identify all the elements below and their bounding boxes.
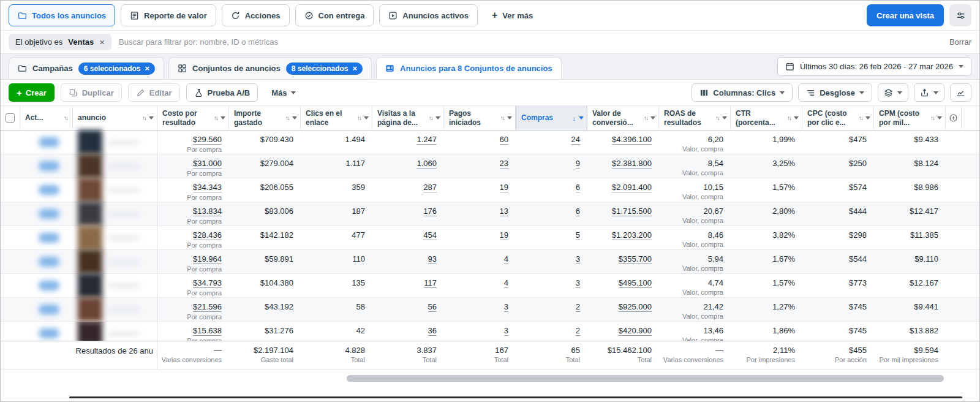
metric-value[interactable]: 2 (576, 326, 580, 336)
view-tab-anuncios-activos[interactable]: Anuncios activos (379, 4, 478, 26)
chevron-down-icon[interactable] (579, 116, 584, 119)
metric-value[interactable]: $34.343 (193, 183, 222, 192)
metric-value[interactable]: $2.091.400 (612, 183, 652, 192)
metric-value[interactable]: 3 (504, 302, 508, 312)
chevron-down-icon[interactable] (937, 116, 942, 119)
chevron-down-icon[interactable] (865, 116, 870, 119)
metric-value[interactable]: $34.793 (193, 278, 222, 288)
column-header-roas-de-resultados[interactable]: ROAS de resultados↑↓ (659, 106, 731, 130)
metric-value[interactable]: $15.638 (193, 326, 222, 336)
metric-value[interactable]: 13 (500, 207, 508, 216)
status-toggle[interactable] (39, 281, 59, 290)
metric-value[interactable]: 3 (504, 326, 508, 336)
metric-value[interactable]: $355.700 (619, 254, 652, 264)
metric-value[interactable]: 19 (500, 183, 508, 192)
metric-value[interactable]: $925.000 (619, 302, 652, 312)
column-header-visitas-a-la-p-gina-de[interactable]: Visitas a la página de...↑↓ (372, 106, 444, 130)
metric-value[interactable]: 4 (504, 254, 508, 264)
table-row[interactable]: $15.638Por compra$31.276423632$420.90013… (1, 322, 979, 341)
metric-value[interactable]: 1.060 (417, 159, 437, 169)
metric-value[interactable]: 5 (576, 230, 580, 240)
create-button[interactable]: + Crear (9, 83, 55, 102)
metric-value[interactable]: $495.100 (619, 278, 652, 288)
table-row[interactable]: $21.596Por compra$43.192585632$925.00021… (1, 298, 979, 322)
metric-value[interactable]: 4 (504, 278, 508, 288)
table-row[interactable]: $29.560Por compra$709.4301.4941.2476024$… (1, 131, 979, 154)
metric-value[interactable]: 1.247 (417, 135, 437, 145)
add-column-button[interactable] (946, 106, 962, 130)
metric-value[interactable]: 454 (423, 230, 437, 240)
tab-adsets[interactable]: Conjuntos de anuncios 8 seleccionados × (168, 57, 372, 79)
clear-filters-button[interactable]: Borrar (949, 37, 971, 47)
filter-chip-objective[interactable]: El objetivo es Ventas × (9, 34, 111, 50)
column-header-status-toggle[interactable]: Act... ↑↓ (20, 106, 73, 130)
column-header-pagos-iniciados[interactable]: Pagos iniciados↑↓ (444, 106, 516, 130)
metric-value[interactable]: 117 (424, 278, 437, 288)
metric-value[interactable]: 9 (576, 159, 580, 169)
metric-value[interactable]: $28.436 (193, 230, 222, 240)
metric-value[interactable]: 6 (576, 207, 580, 216)
column-header-compras[interactable]: Compras↓ (516, 106, 587, 130)
edit-button[interactable]: Editar (128, 83, 180, 102)
column-header-valor-de-conversi[interactable]: Valor de conversió...↑↓ (587, 106, 659, 130)
metric-value[interactable]: 93 (428, 254, 437, 264)
ver-mas-button[interactable]: + Ver más (483, 4, 541, 26)
chevron-down-icon[interactable] (292, 116, 297, 119)
create-view-button[interactable]: Crear una vista (867, 4, 944, 26)
column-header-clics-en-el-enlace[interactable]: Clics en el enlace↑↓ (301, 106, 372, 130)
table-row[interactable]: $13.834Por compra$83.006187176136$1.715.… (1, 202, 979, 226)
metric-value[interactable]: $420.900 (619, 326, 652, 336)
metric-value[interactable]: $13.834 (193, 207, 222, 216)
metric-value[interactable]: $4.396.100 (612, 135, 652, 145)
duplicate-button[interactable]: Duplicar (61, 83, 122, 102)
metric-value[interactable]: 23 (500, 159, 508, 169)
more-button[interactable]: Más (264, 83, 303, 102)
status-toggle[interactable] (39, 185, 59, 195)
columns-button[interactable]: Columnas: Clics (692, 83, 793, 102)
chevron-down-icon[interactable] (364, 116, 369, 119)
metric-value[interactable]: 2 (576, 302, 580, 312)
metric-value[interactable]: $1.715.500 (612, 207, 652, 216)
campaigns-selected-badge[interactable]: 6 seleccionados × (78, 63, 155, 75)
export-button[interactable] (914, 83, 944, 102)
column-header-cpc-costo-por-clic-e[interactable]: CPC (costo por clic e...↑↓ (802, 106, 874, 130)
metric-value[interactable]: 6 (576, 183, 580, 192)
status-toggle[interactable] (39, 209, 59, 219)
metric-value[interactable]: 56 (428, 302, 437, 312)
metric-value[interactable]: 3 (576, 278, 580, 288)
chevron-down-icon[interactable] (650, 116, 655, 119)
chevron-down-icon[interactable] (722, 116, 727, 119)
metric-value[interactable]: $2.381.800 (612, 159, 652, 169)
metric-value[interactable]: 60 (500, 135, 508, 145)
chevron-down-icon[interactable] (435, 116, 440, 119)
view-tab-reporte-de-valor[interactable]: Reporte de valor (121, 4, 216, 26)
date-range-picker[interactable]: Últimos 30 días: 26 feb 2026 - 27 mar 20… (777, 57, 971, 76)
view-tab-todos-los-anuncios[interactable]: Todos los anuncios (9, 4, 115, 26)
column-header-anuncio[interactable]: anuncio ↑↓ (73, 106, 157, 130)
metric-value[interactable]: $19.964 (193, 254, 222, 264)
column-header-cpm-costo-por-mil[interactable]: CPM (costo por mil...↑↓ (874, 106, 946, 130)
chevron-down-icon[interactable] (221, 116, 225, 119)
tab-ads[interactable]: Anuncios para 8 Conjuntos de anuncios (376, 57, 561, 79)
status-toggle[interactable] (39, 161, 59, 171)
metric-value[interactable]: 24 (571, 135, 580, 145)
close-icon[interactable]: × (99, 37, 105, 47)
view-settings-button[interactable] (949, 4, 971, 26)
metric-value[interactable]: $21.596 (193, 302, 222, 312)
status-toggle[interactable] (39, 305, 59, 314)
metric-value[interactable]: $1.203.200 (612, 230, 652, 240)
adsets-selected-badge[interactable]: 8 seleccionados × (286, 63, 363, 75)
status-toggle[interactable] (39, 233, 59, 243)
breakdown-button[interactable]: Desglose (798, 83, 872, 102)
table-row[interactable]: $31.000Por compra$279.0041.1171.060239$2… (1, 154, 979, 178)
table-row[interactable]: $34.793Por compra$104.38013511743$495.10… (1, 274, 979, 298)
reports-button[interactable] (878, 83, 908, 102)
metric-value[interactable]: 287 (423, 183, 437, 192)
scrollbar-thumb[interactable] (347, 375, 944, 382)
close-icon[interactable]: × (145, 64, 149, 72)
charts-button[interactable] (950, 83, 971, 102)
metric-value[interactable]: $29.560 (193, 135, 222, 145)
chevron-down-icon[interactable] (794, 116, 799, 119)
select-all-checkbox[interactable] (6, 113, 15, 123)
view-tab-acciones[interactable]: Acciones (222, 4, 290, 26)
